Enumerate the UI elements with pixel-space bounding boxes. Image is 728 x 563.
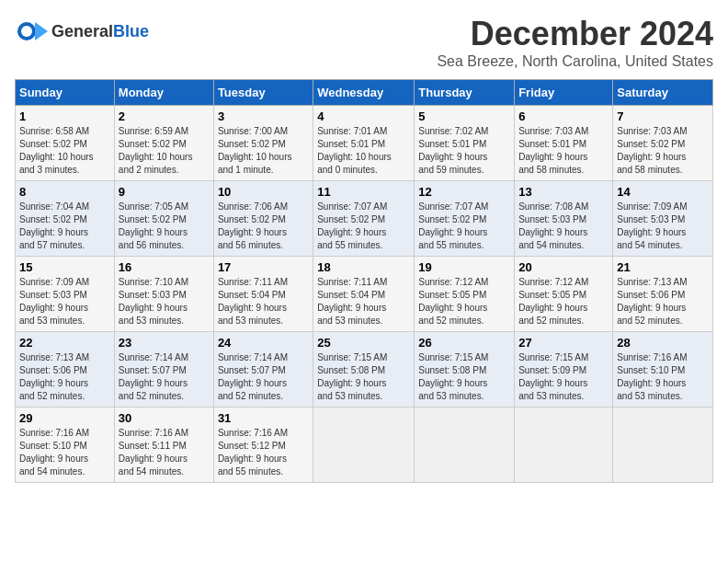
svg-point-1 <box>21 26 32 37</box>
location-title: Sea Breeze, North Carolina, United State… <box>437 53 713 70</box>
day-number: 6 <box>518 109 609 123</box>
day-cell: 1Sunrise: 6:58 AMSunset: 5:02 PMDaylight… <box>16 106 115 181</box>
calendar-body: 1Sunrise: 6:58 AMSunset: 5:02 PMDaylight… <box>16 106 713 483</box>
day-info: Sunrise: 7:06 AMSunset: 5:02 PMDaylight:… <box>218 201 309 252</box>
day-cell: 30Sunrise: 7:16 AMSunset: 5:11 PMDayligh… <box>114 408 213 483</box>
day-cell: 17Sunrise: 7:11 AMSunset: 5:04 PMDayligh… <box>213 257 313 332</box>
header-cell-friday: Friday <box>515 80 613 106</box>
day-cell: 10Sunrise: 7:06 AMSunset: 5:02 PMDayligh… <box>213 181 313 257</box>
day-cell: 16Sunrise: 7:10 AMSunset: 5:03 PMDayligh… <box>114 257 213 332</box>
day-info: Sunrise: 7:03 AMSunset: 5:02 PMDaylight:… <box>617 125 709 177</box>
logo: GeneralBlue <box>15 15 149 48</box>
day-cell: 2Sunrise: 6:59 AMSunset: 5:02 PMDaylight… <box>114 106 213 181</box>
day-info: Sunrise: 7:14 AMSunset: 5:07 PMDaylight:… <box>119 351 210 403</box>
day-info: Sunrise: 7:15 AMSunset: 5:08 PMDaylight:… <box>317 351 410 403</box>
day-info: Sunrise: 7:16 AMSunset: 5:12 PMDaylight:… <box>218 427 309 478</box>
day-number: 13 <box>518 185 609 199</box>
day-info: Sunrise: 7:13 AMSunset: 5:06 PMDaylight:… <box>617 276 709 327</box>
day-info: Sunrise: 7:04 AMSunset: 5:02 PMDaylight:… <box>19 201 110 252</box>
day-number: 21 <box>617 260 709 274</box>
day-number: 17 <box>218 260 309 274</box>
calendar-header: SundayMondayTuesdayWednesdayThursdayFrid… <box>16 80 713 106</box>
day-cell: 14Sunrise: 7:09 AMSunset: 5:03 PMDayligh… <box>613 181 713 257</box>
day-number: 12 <box>418 185 510 199</box>
day-cell: 29Sunrise: 7:16 AMSunset: 5:10 PMDayligh… <box>16 408 115 483</box>
day-number: 7 <box>617 109 709 123</box>
day-cell: 3Sunrise: 7:00 AMSunset: 5:02 PMDaylight… <box>213 106 313 181</box>
month-title: December 2024 <box>437 15 713 53</box>
day-cell: 8Sunrise: 7:04 AMSunset: 5:02 PMDaylight… <box>16 181 115 257</box>
day-number: 3 <box>218 109 309 123</box>
header-row: SundayMondayTuesdayWednesdayThursdayFrid… <box>16 80 713 106</box>
day-number: 10 <box>218 185 309 199</box>
day-cell: 13Sunrise: 7:08 AMSunset: 5:03 PMDayligh… <box>515 181 613 257</box>
day-cell <box>613 408 713 483</box>
header-cell-saturday: Saturday <box>613 80 713 106</box>
day-number: 23 <box>119 336 210 350</box>
day-cell <box>415 408 515 483</box>
day-number: 14 <box>617 185 709 199</box>
day-number: 9 <box>119 185 210 199</box>
day-cell: 27Sunrise: 7:15 AMSunset: 5:09 PMDayligh… <box>515 332 613 408</box>
title-block: December 2024 Sea Breeze, North Carolina… <box>437 15 713 70</box>
day-number: 26 <box>418 336 510 350</box>
day-cell: 31Sunrise: 7:16 AMSunset: 5:12 PMDayligh… <box>213 408 313 483</box>
day-info: Sunrise: 7:02 AMSunset: 5:01 PMDaylight:… <box>418 125 510 177</box>
week-row-4: 22Sunrise: 7:13 AMSunset: 5:06 PMDayligh… <box>16 332 713 408</box>
day-info: Sunrise: 6:58 AMSunset: 5:02 PMDaylight:… <box>19 125 110 177</box>
header-cell-thursday: Thursday <box>415 80 515 106</box>
day-info: Sunrise: 7:00 AMSunset: 5:02 PMDaylight:… <box>218 125 309 177</box>
day-info: Sunrise: 7:09 AMSunset: 5:03 PMDaylight:… <box>19 276 110 327</box>
day-number: 8 <box>19 185 110 199</box>
day-cell: 19Sunrise: 7:12 AMSunset: 5:05 PMDayligh… <box>415 257 515 332</box>
day-number: 27 <box>518 336 609 350</box>
day-cell: 24Sunrise: 7:14 AMSunset: 5:07 PMDayligh… <box>213 332 313 408</box>
day-info: Sunrise: 7:11 AMSunset: 5:04 PMDaylight:… <box>218 276 309 327</box>
page-header: GeneralBlue December 2024 Sea Breeze, No… <box>15 15 713 70</box>
day-info: Sunrise: 7:05 AMSunset: 5:02 PMDaylight:… <box>119 201 210 252</box>
week-row-1: 1Sunrise: 6:58 AMSunset: 5:02 PMDaylight… <box>16 106 713 181</box>
day-number: 29 <box>19 411 110 425</box>
header-cell-sunday: Sunday <box>16 80 115 106</box>
day-info: Sunrise: 7:12 AMSunset: 5:05 PMDaylight:… <box>518 276 609 327</box>
day-cell: 6Sunrise: 7:03 AMSunset: 5:01 PMDaylight… <box>515 106 613 181</box>
day-number: 5 <box>418 109 510 123</box>
day-number: 22 <box>19 336 110 350</box>
day-number: 25 <box>317 336 410 350</box>
svg-marker-2 <box>35 22 48 40</box>
day-cell: 12Sunrise: 7:07 AMSunset: 5:02 PMDayligh… <box>415 181 515 257</box>
day-cell: 22Sunrise: 7:13 AMSunset: 5:06 PMDayligh… <box>16 332 115 408</box>
day-info: Sunrise: 7:15 AMSunset: 5:09 PMDaylight:… <box>518 351 609 403</box>
day-info: Sunrise: 7:11 AMSunset: 5:04 PMDaylight:… <box>317 276 410 327</box>
day-cell: 26Sunrise: 7:15 AMSunset: 5:08 PMDayligh… <box>415 332 515 408</box>
day-cell: 4Sunrise: 7:01 AMSunset: 5:01 PMDaylight… <box>313 106 415 181</box>
day-number: 4 <box>317 109 410 123</box>
day-number: 28 <box>617 336 709 350</box>
day-number: 16 <box>119 260 210 274</box>
header-cell-wednesday: Wednesday <box>313 80 415 106</box>
week-row-3: 15Sunrise: 7:09 AMSunset: 5:03 PMDayligh… <box>16 257 713 332</box>
day-info: Sunrise: 7:16 AMSunset: 5:10 PMDaylight:… <box>617 351 709 403</box>
day-cell <box>313 408 415 483</box>
day-cell: 15Sunrise: 7:09 AMSunset: 5:03 PMDayligh… <box>16 257 115 332</box>
day-info: Sunrise: 7:07 AMSunset: 5:02 PMDaylight:… <box>418 201 510 252</box>
week-row-5: 29Sunrise: 7:16 AMSunset: 5:10 PMDayligh… <box>16 408 713 483</box>
day-number: 30 <box>119 411 210 425</box>
day-cell: 11Sunrise: 7:07 AMSunset: 5:02 PMDayligh… <box>313 181 415 257</box>
day-number: 24 <box>218 336 309 350</box>
day-number: 15 <box>19 260 110 274</box>
day-info: Sunrise: 7:01 AMSunset: 5:01 PMDaylight:… <box>317 125 410 177</box>
day-info: Sunrise: 7:09 AMSunset: 5:03 PMDaylight:… <box>617 201 709 252</box>
day-cell: 9Sunrise: 7:05 AMSunset: 5:02 PMDaylight… <box>114 181 213 257</box>
day-cell: 21Sunrise: 7:13 AMSunset: 5:06 PMDayligh… <box>613 257 713 332</box>
day-info: Sunrise: 7:13 AMSunset: 5:06 PMDaylight:… <box>19 351 110 403</box>
day-number: 1 <box>19 109 110 123</box>
day-info: Sunrise: 7:07 AMSunset: 5:02 PMDaylight:… <box>317 201 410 252</box>
day-info: Sunrise: 7:08 AMSunset: 5:03 PMDaylight:… <box>518 201 609 252</box>
header-cell-tuesday: Tuesday <box>213 80 313 106</box>
week-row-2: 8Sunrise: 7:04 AMSunset: 5:02 PMDaylight… <box>16 181 713 257</box>
day-info: Sunrise: 7:15 AMSunset: 5:08 PMDaylight:… <box>418 351 510 403</box>
day-cell: 18Sunrise: 7:11 AMSunset: 5:04 PMDayligh… <box>313 257 415 332</box>
day-number: 31 <box>218 411 309 425</box>
day-number: 20 <box>518 260 609 274</box>
